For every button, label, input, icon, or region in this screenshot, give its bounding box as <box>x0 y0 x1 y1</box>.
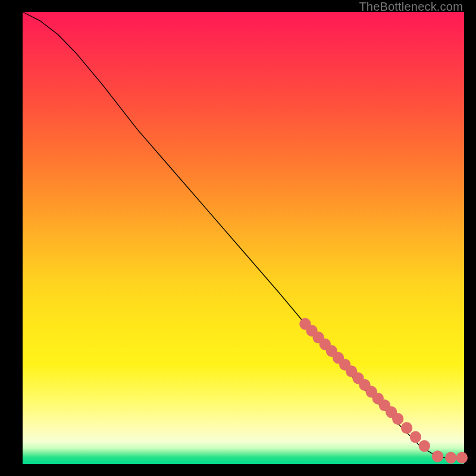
data-marker <box>419 440 430 452</box>
data-marker <box>401 422 412 434</box>
chart-svg <box>23 12 464 464</box>
data-marker <box>456 452 468 464</box>
data-marker <box>445 452 456 464</box>
chart-stage: TheBottleneck.com <box>0 0 476 476</box>
data-marker <box>432 450 443 462</box>
data-marker <box>410 431 421 443</box>
data-marker <box>392 413 403 425</box>
plot-area <box>23 12 464 464</box>
curve-line <box>23 12 464 458</box>
